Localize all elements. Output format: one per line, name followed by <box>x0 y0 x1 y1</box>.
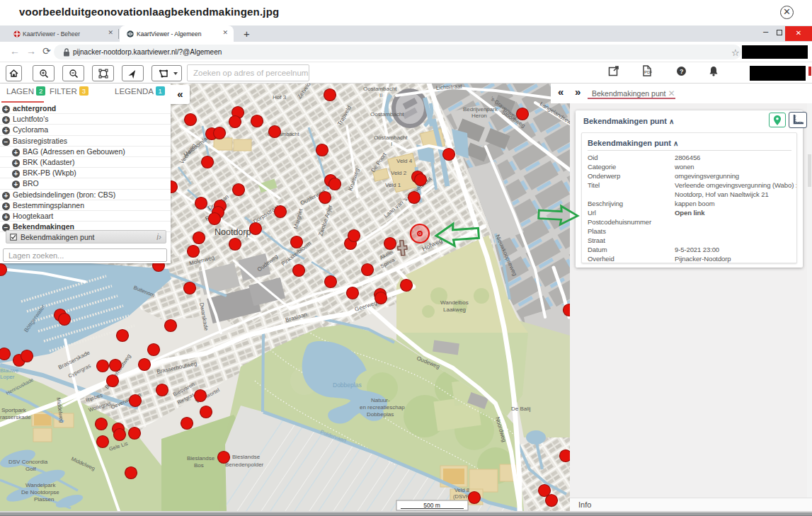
svg-text:Nootdorp: Nootdorp <box>215 227 251 237</box>
svg-text:500 m: 500 m <box>423 502 440 509</box>
svg-text:De Balij: De Balij <box>511 406 531 412</box>
svg-text:Dobbeplas: Dobbeplas <box>367 411 394 418</box>
svg-text:Blauwe: Blauwe <box>0 367 19 374</box>
svg-text:Golf: Golf <box>25 466 36 472</box>
svg-text:Laakweg: Laakweg <box>443 306 466 313</box>
svg-text:?: ? <box>680 68 684 75</box>
svg-text:Veld 8: Veld 8 <box>454 487 469 493</box>
svg-text:Heron: Heron <box>471 113 487 119</box>
svg-text:Plassen: Plassen <box>34 496 54 503</box>
svg-text:Oostambacht: Oostambacht <box>363 86 397 92</box>
svg-text:DSV Concordia: DSV Concordia <box>8 459 48 465</box>
svg-text:Veld 1: Veld 1 <box>385 182 401 188</box>
svg-text:Bedrijvenpark: Bedrijvenpark <box>463 106 498 113</box>
svg-text:Wandelpark: Wandelpark <box>25 482 56 488</box>
svg-text:en recreatieschap: en recreatieschap <box>360 404 405 411</box>
svg-text:Dobbeplas: Dobbeplas <box>333 382 362 389</box>
svg-text:Veld 4: Veld 4 <box>396 158 413 164</box>
svg-text:II: II <box>379 92 382 98</box>
svg-text:rasserskade: rasserskade <box>0 414 31 420</box>
svg-text:PDF: PDF <box>644 70 652 74</box>
svg-text:I: I <box>391 141 392 147</box>
svg-text:Bieslandse: Bieslandse <box>187 455 215 461</box>
svg-text:Sportpark: Sportpark <box>1 407 27 413</box>
svg-text:Hof 3: Hof 3 <box>273 94 287 101</box>
svg-text:Natuur-: Natuur- <box>371 397 390 403</box>
svg-text:Bieslandse: Bieslandse <box>232 454 261 460</box>
svg-text:Oostambacht: Oostambacht <box>374 134 408 141</box>
svg-text:De Nootdorpse: De Nootdorpse <box>21 489 59 495</box>
svg-text:Loper: Loper <box>0 374 15 380</box>
svg-text:Benedenpolder: Benedenpolder <box>225 461 264 468</box>
svg-text:Wandelbos: Wandelbos <box>440 299 469 306</box>
svg-text:Bos: Bos <box>194 462 204 469</box>
svg-text:Oostambacht: Oostambacht <box>370 111 404 117</box>
svg-text:Veld 2: Veld 2 <box>391 170 407 176</box>
